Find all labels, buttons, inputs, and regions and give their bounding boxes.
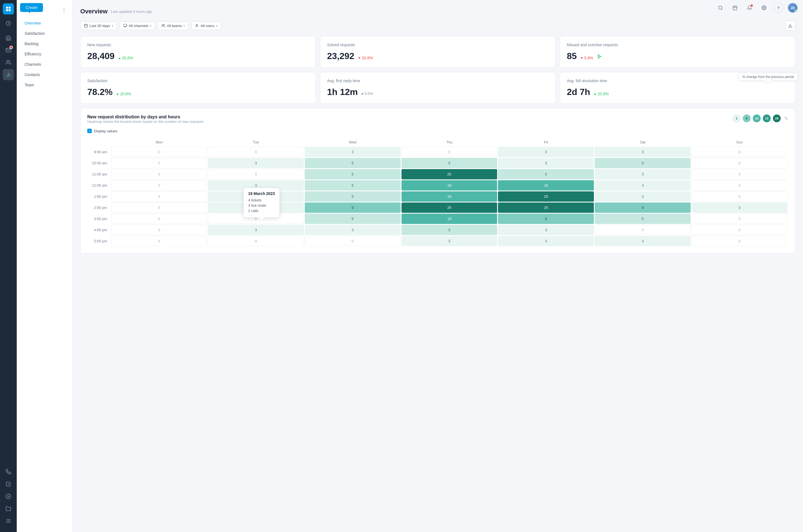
heatmap-cell[interactable]: 0 (692, 147, 787, 157)
heatmap-cell[interactable]: 3 (498, 236, 594, 246)
heatmap-cell[interactable]: 3 (692, 203, 787, 213)
heatmap-cell[interactable]: 18 (498, 180, 594, 191)
heatmap-cell[interactable]: 0 (208, 236, 304, 246)
heatmap-cell[interactable]: 5 (305, 191, 401, 202)
heatmap-cell[interactable]: 18 (401, 191, 497, 202)
sidebar-item-contacts[interactable]: Contacts (19, 70, 70, 80)
heatmap-cell[interactable]: 0 (692, 214, 787, 224)
sidebar-item-efficiency[interactable]: Efficiency (19, 49, 70, 59)
legend-dot-10[interactable]: 10 (753, 114, 761, 122)
teams-filter[interactable]: All teams ▾ (158, 21, 188, 30)
heatmap-cell[interactable]: 3 (595, 169, 691, 179)
sidebar-item-channels[interactable]: Channels (19, 59, 70, 69)
heatmap-cell[interactable]: 25 (401, 203, 497, 213)
legend-dot-25[interactable]: 25 (773, 114, 781, 122)
tasks-nav-icon[interactable] (3, 478, 14, 490)
heatmap-cell[interactable]: 25 (498, 191, 594, 202)
heatmap-cell[interactable]: 5 (305, 158, 401, 168)
heatmap-cell[interactable]: 3 (595, 147, 691, 157)
heatmap-cell[interactable]: 5 (401, 158, 497, 168)
heatmap-cell[interactable]: 9 (595, 203, 691, 213)
heatmap-cell[interactable]: 5 (595, 158, 691, 168)
legend-dot-15[interactable]: 15 (763, 114, 771, 122)
heatmap-cell[interactable]: 3 (208, 203, 304, 213)
heatmap-cell[interactable]: 3 (595, 180, 691, 191)
announcements-nav-icon[interactable] (3, 466, 14, 477)
date-range-filter[interactable]: Last 30 days ▾ (80, 21, 117, 30)
heatmap-cell[interactable]: 0 (111, 158, 207, 168)
heatmap-cell[interactable]: 3 (208, 158, 304, 168)
create-button[interactable]: Create (20, 3, 43, 12)
heatmap-cell[interactable]: 0 (111, 147, 207, 157)
heatmap-cell[interactable]: 5 (305, 214, 401, 224)
heatmap-cell[interactable]: 5 (305, 169, 401, 179)
channels-filter[interactable]: All channels ▾ (120, 21, 155, 30)
heatmap-cell[interactable]: 0 (692, 191, 787, 202)
heatmap-cell[interactable]: 3 (208, 180, 304, 191)
help-button[interactable]: ? (773, 3, 784, 13)
heatmap-cell[interactable]: 0 (111, 191, 207, 202)
legend-dot-1[interactable]: 1 (733, 114, 741, 122)
heatmap-cell[interactable]: 25 (498, 203, 594, 213)
heatmap-cell[interactable]: 0 (208, 147, 304, 157)
display-values-checkbox[interactable]: ✓ (87, 129, 92, 133)
settings-nav-icon[interactable] (3, 515, 14, 527)
heatmap-cell[interactable]: 3 (305, 147, 401, 157)
heatmap-cell[interactable]: 0 (208, 169, 304, 179)
heatmap-cell[interactable]: 0 (595, 225, 691, 235)
logo-icon[interactable] (3, 3, 14, 15)
heatmap-cell[interactable]: 18 (401, 180, 497, 191)
home-nav-icon[interactable] (3, 32, 14, 43)
heatmap-cell[interactable]: 3 (498, 158, 594, 168)
billing-nav-icon[interactable] (3, 491, 14, 502)
heatmap-cell[interactable]: 0 (111, 169, 207, 179)
contacts-nav-icon[interactable] (3, 57, 14, 68)
heatmap-cell[interactable]: 5 (401, 225, 497, 235)
heatmap-cell[interactable]: 5 (595, 214, 691, 224)
heatmap-cell[interactable]: 0 (111, 214, 207, 224)
heatmap-cell[interactable]: 0 (692, 180, 787, 191)
avatar[interactable]: JD (788, 3, 798, 13)
heatmap-cell[interactable]: 0 (111, 180, 207, 191)
heatmap-cell[interactable]: 0 (692, 158, 787, 168)
reports-nav-icon[interactable] (3, 69, 14, 80)
heatmap-cell[interactable]: 3 (208, 191, 304, 202)
heatmap-cell[interactable]: 3 (498, 147, 594, 157)
heatmap-cell[interactable]: 0 (401, 147, 497, 157)
download-button[interactable] (785, 21, 795, 31)
files-nav-icon[interactable] (3, 503, 14, 514)
heatmap-cell[interactable]: 0 (111, 203, 207, 213)
sidebar-item-satisfaction[interactable]: Satisfaction (19, 28, 70, 38)
heatmap-cell[interactable]: 0 (111, 225, 207, 235)
heatmap-cell[interactable]: 0 (692, 225, 787, 235)
heatmap-cell[interactable]: 0 (305, 236, 401, 246)
heatmap-cell[interactable]: 5 (305, 180, 401, 191)
heatmap-cell[interactable]: 3 (498, 225, 594, 235)
settings-button[interactable] (759, 3, 769, 13)
heatmap-cell[interactable]: 18 (401, 214, 497, 224)
legend-dot-5[interactable]: 5 (743, 114, 751, 122)
sidebar-item-overview[interactable]: Overview (19, 18, 70, 28)
users-filter[interactable]: All users ▾ (191, 21, 221, 30)
heatmap-cell[interactable]: 5 (498, 169, 594, 179)
heatmap-cell[interactable]: 0 (692, 169, 787, 179)
inbox-nav-icon[interactable] (3, 44, 14, 56)
sidebar-item-team[interactable]: Team (19, 80, 70, 90)
heatmap-cell[interactable]: 0 (208, 214, 304, 224)
collapse-heatmap-button[interactable]: ⤡ (784, 115, 788, 121)
heatmap-cell[interactable]: 3 (595, 191, 691, 202)
heatmap-cell[interactable]: 9 (498, 214, 594, 224)
heatmap-cell[interactable]: 3 (595, 236, 691, 246)
sidebar-item-backlog[interactable]: Backlog (19, 39, 70, 49)
heatmap-cell[interactable]: 3 (305, 225, 401, 235)
notifications-button[interactable] (745, 3, 754, 13)
heatmap-cell[interactable]: 3 (208, 225, 304, 235)
heatmap-cell[interactable]: 9 (305, 203, 401, 213)
sidebar-more-icon[interactable]: ⋮ (61, 7, 67, 13)
heatmap-cell[interactable]: 3 (401, 236, 497, 246)
history-nav-icon[interactable] (3, 18, 14, 29)
heatmap-cell[interactable]: 0 (692, 236, 787, 246)
calendar-button[interactable] (730, 3, 740, 13)
search-button[interactable] (715, 3, 726, 13)
heatmap-cell[interactable]: 25 (401, 169, 497, 179)
